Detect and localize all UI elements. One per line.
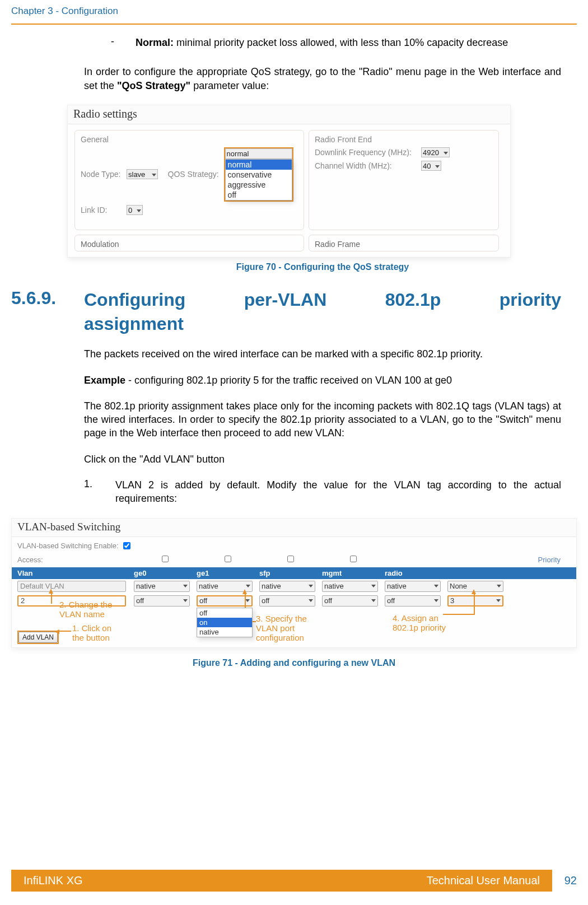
anno-3: 3. Specify theVLAN portconfiguration [256,614,307,643]
vbs-access-row: Access: Priority [12,554,576,567]
caret-icon [309,599,313,602]
row1-radio-select[interactable]: native [385,581,441,592]
bullet-item: - Normal: minimal priority packet loss a… [111,36,561,49]
row2-ge1-select[interactable]: off [197,595,253,607]
caret-icon [497,585,501,587]
caret-icon [245,599,250,602]
general-label: General [81,135,298,144]
channel-width-label: Channel Width (MHz): [315,161,421,170]
row2-ge0-select[interactable]: off [134,595,190,607]
figure70-caption: Figure 70 - Configuring the QoS strategy [84,262,561,272]
drop-native[interactable]: native [197,627,252,637]
bullet-text: Normal: minimal priority packet loss all… [136,36,508,49]
vbs-enable-label: VLAN-based Switching Enable: [17,542,119,550]
bullet-dash: - [111,36,116,49]
radio-settings-screenshot: Radio settings General Node Type: slave … [67,105,511,258]
downlink-freq-label: Downlink Frequency (MHz): [315,148,421,157]
section-title: Configuring per-VLAN 802.1p priority ass… [84,288,561,336]
anno-1-arrow [54,629,59,634]
caret-icon [246,585,250,587]
radio-settings-title: Radio settings [68,105,510,124]
priority-header: Priority [538,556,571,564]
content-area: - Normal: minimal priority packet loss a… [0,25,588,272]
drop-off[interactable]: off [197,608,252,618]
caret-icon [183,599,188,602]
example-label: Example [84,375,125,386]
vbs-table-head: Vlan ge0 ge1 sfp mgmt radio [12,567,576,579]
caret-icon [434,599,438,602]
radio-settings-bottom: Modulation Radio Frame [68,235,510,251]
row1-sfp-select[interactable]: native [259,581,315,592]
content-area-2: The packets received on the wired interf… [0,342,588,505]
vbs-table-row-default: native native native native native None [12,579,576,594]
footer-bar: InfiLINK XG Technical User Manual [11,870,552,892]
qos-option-conservative[interactable]: conservative [226,170,292,180]
caret-icon [152,174,156,176]
downlink-freq-select[interactable]: 4920 [421,147,450,157]
general-group: General Node Type: slave QOS Strategy: n… [74,130,304,230]
caret-icon [496,599,501,602]
radio-front-end-group: Radio Front End Downlink Frequency (MHz)… [309,130,499,230]
rfe-label: Radio Front End [315,135,493,144]
anno-1-line [58,631,71,632]
anno-2-arrow [49,589,53,594]
head-vlan: Vlan [17,569,134,577]
caret-icon [444,152,448,155]
caret-icon [371,585,376,587]
anno-4: 4. Assign an802.1p priority [393,613,446,633]
vlan-switching-screenshot: VLAN-based Switching VLAN-based Switchin… [11,518,577,648]
normal-desc: minimal priority packet loss allowed, wi… [174,37,508,48]
row2-priority-select[interactable]: 3 [447,595,503,607]
row2-sfp-select[interactable]: off [259,595,315,607]
row1-ge0-select[interactable]: native [134,581,190,592]
qos-dropdown-list: normal conservative aggressive off [225,159,292,200]
ordered-item-1: 1. VLAN 2 is added by default. Modify th… [84,478,561,506]
row2-mgmt-select[interactable]: off [322,595,378,607]
caret-icon [434,585,438,587]
footer-page-number: 92 [552,874,577,887]
anno-4-line1 [474,594,475,615]
link-id-select[interactable]: 0 [127,205,143,215]
qos-strategy-select[interactable]: normal [225,148,292,159]
vbs-enable-checkbox[interactable] [123,542,130,549]
caret-icon [137,209,141,212]
access-cb-sfp[interactable] [287,556,294,562]
row2-ge1-dropdown: off on native [197,608,253,637]
anno-2-line [51,594,52,604]
node-type-select[interactable]: slave [127,169,158,179]
head-ge1: ge1 [197,569,259,577]
head-sfp: sfp [259,569,322,577]
channel-width-select[interactable]: 40 [421,161,441,171]
drop-on[interactable]: on [197,618,252,627]
add-vlan-highlight: Add VLAN [17,631,59,644]
qos-option-normal[interactable]: normal [226,160,292,170]
anno-4-arrow [472,589,476,594]
head-radio: radio [385,569,447,577]
footer-left: InfiLINK XG [24,874,83,887]
access-cb-ge1[interactable] [225,556,231,562]
vbs-title: VLAN-based Switching [12,519,576,537]
caret-icon [183,585,188,587]
normal-label: Normal: [136,37,174,48]
paragraph-marked: The packets received on the wired interf… [84,347,561,361]
caret-icon [435,165,440,168]
anno-1: 1. Click onthe button [72,623,111,643]
p1c: parameter value: [190,80,269,91]
paragraph-8021p: The 802.1p priority assignment takes pla… [84,399,561,440]
figure71-caption: Figure 71 - Adding and configuring a new… [0,658,588,668]
section-number: 5.6.9. [11,288,84,336]
anno-2: 2. Change theVLAN name [59,600,112,619]
access-cb-ge0[interactable] [162,556,169,562]
caret-icon [309,585,313,587]
paragraph-qos-config: In order to configure the appropriate Qo… [84,65,561,92]
example-text: - configuring 802.1p priority 5 for the … [125,375,452,386]
add-vlan-button[interactable]: Add VLAN [18,632,58,643]
chapter-header: Chapter 3 - Configuration [0,0,588,17]
anno-4-line2 [443,614,474,615]
modulation-label: Modulation [81,240,119,249]
qos-option-aggressive[interactable]: aggressive [226,180,292,190]
row2-radio-select[interactable]: off [385,595,441,607]
qos-option-off[interactable]: off [226,190,292,200]
access-cb-mgmt[interactable] [350,556,357,562]
row1-mgmt-select[interactable]: native [322,581,378,592]
